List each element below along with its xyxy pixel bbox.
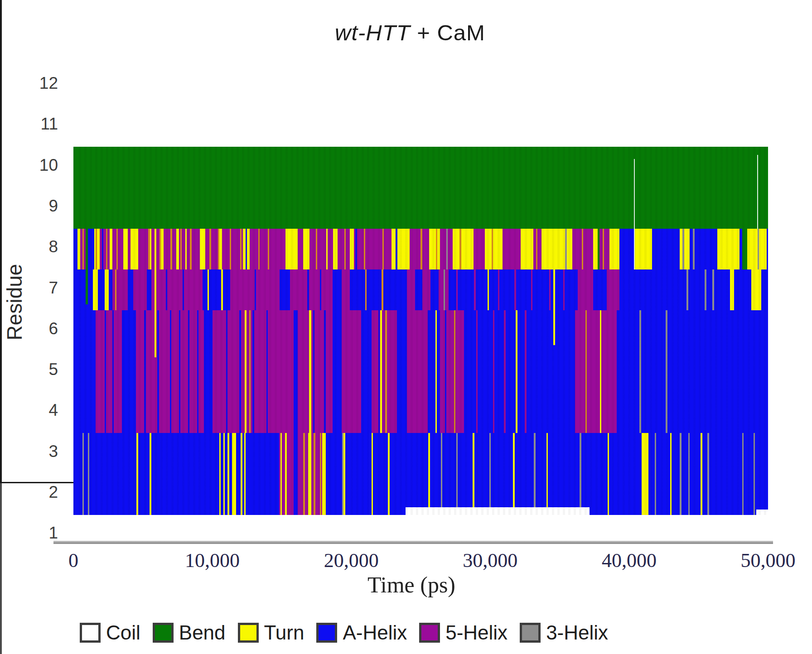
legend: CoilBendTurnA-Helix5-Helix3-Helix bbox=[80, 621, 608, 644]
structure-stripe bbox=[686, 269, 688, 310]
structure-stripe bbox=[112, 310, 114, 433]
x-tick-label: 30,000 bbox=[463, 549, 517, 572]
structure-stripe bbox=[344, 229, 346, 269]
structure-stripe bbox=[245, 310, 246, 433]
structure-segment-residues-4-6 bbox=[333, 310, 342, 433]
structure-stripe bbox=[513, 433, 514, 515]
legend-item-coil: Coil bbox=[80, 621, 140, 644]
structure-stripe bbox=[754, 433, 755, 515]
structure-stripe bbox=[82, 433, 84, 515]
structure-segment-residue-7 bbox=[730, 269, 734, 310]
structure-segment-residues-4-6 bbox=[440, 310, 464, 433]
structure-stripe bbox=[436, 229, 437, 269]
structure-stripe bbox=[183, 269, 184, 310]
structure-segment-residue-8 bbox=[123, 229, 127, 269]
structure-stripe bbox=[240, 229, 242, 269]
structure-stripe bbox=[258, 229, 260, 269]
structure-stripe bbox=[382, 229, 384, 269]
y-tick-label: 4 bbox=[26, 402, 58, 418]
structure-stripe bbox=[525, 310, 526, 433]
structure-segment-residue-8 bbox=[130, 229, 138, 269]
structure-stripe bbox=[226, 310, 227, 433]
structure-segment-residues-4-6 bbox=[407, 310, 428, 433]
structure-stripe bbox=[406, 507, 590, 515]
structure-stripe bbox=[705, 269, 706, 310]
structure-stripe bbox=[313, 310, 314, 433]
structure-stripe bbox=[227, 433, 229, 515]
structure-segment-residues-4-6 bbox=[73, 310, 96, 433]
y-tick-label: 5 bbox=[26, 361, 58, 378]
structure-segment-residue-8 bbox=[333, 229, 337, 269]
structure-stripe bbox=[155, 229, 156, 269]
structure-stripe bbox=[549, 269, 551, 310]
structure-stripe bbox=[148, 229, 150, 269]
structure-segment-residue-8 bbox=[652, 229, 680, 269]
structure-stripe bbox=[536, 229, 537, 269]
structure-segment-residues-2-3 bbox=[294, 433, 298, 515]
structure-stripe bbox=[474, 269, 475, 310]
structure-stripe bbox=[546, 433, 548, 515]
structure-segment-residue-7 bbox=[333, 269, 342, 310]
structure-segment-residues-4-6 bbox=[96, 310, 122, 433]
structure-segment-residue-8 bbox=[205, 229, 218, 269]
structure-segment-residue-8 bbox=[392, 229, 410, 269]
legend-swatch-bend bbox=[153, 623, 174, 643]
structure-segment-residues-4-6 bbox=[204, 310, 212, 433]
y-tick-label: 2 bbox=[26, 484, 58, 500]
structure-stripe bbox=[82, 229, 84, 269]
structure-stripe bbox=[682, 229, 684, 269]
structure-stripe bbox=[155, 269, 156, 357]
structure-stripe bbox=[603, 229, 604, 269]
structure-stripe bbox=[476, 310, 478, 433]
legend-item-3-helix: 3-Helix bbox=[520, 621, 608, 644]
structure-stripe bbox=[232, 433, 236, 515]
structure-segment-residue-8 bbox=[609, 229, 619, 269]
legend-label: Coil bbox=[106, 621, 140, 644]
structure-stripe bbox=[343, 433, 345, 515]
structure-segment-residue-7 bbox=[761, 269, 768, 310]
structure-stripe bbox=[435, 310, 437, 433]
structure-stripe bbox=[514, 269, 516, 310]
structure-stripe bbox=[86, 229, 88, 304]
structure-stripe bbox=[688, 433, 690, 515]
structure-stripe bbox=[553, 269, 555, 345]
structure-stripe bbox=[160, 229, 161, 269]
legend-item-turn: Turn bbox=[238, 621, 304, 644]
structure-segment-residue-8 bbox=[100, 229, 109, 269]
structure-stripe bbox=[565, 229, 566, 269]
figure: wt-HTT + CaM 121110987654321010,00020,00… bbox=[0, 0, 812, 654]
structure-segment-residue-8 bbox=[350, 229, 354, 269]
structure-stripe bbox=[208, 269, 209, 310]
x-tick-label: 40,000 bbox=[602, 549, 657, 572]
structure-stripe bbox=[680, 433, 681, 515]
structure-stripe bbox=[365, 269, 367, 310]
structure-segment-residue-8 bbox=[285, 229, 298, 269]
x-axis-line bbox=[53, 541, 773, 544]
structure-stripe bbox=[563, 269, 565, 310]
structure-stripe bbox=[758, 229, 759, 269]
structure-stripe bbox=[531, 269, 532, 310]
structure-segment-residue-7 bbox=[128, 269, 133, 310]
structure-stripe bbox=[246, 229, 247, 269]
structure-segment-residue-8 bbox=[474, 229, 485, 269]
structure-segment-residues-4-6 bbox=[294, 310, 298, 433]
structure-stripe bbox=[249, 310, 251, 433]
structure-stripe bbox=[252, 310, 254, 433]
structure-segment-residue-7 bbox=[151, 269, 203, 310]
structure-stripe bbox=[707, 433, 709, 515]
structure-segment-residue-8 bbox=[619, 229, 635, 269]
structure-stripe bbox=[96, 229, 97, 269]
legend-swatch-5-helix bbox=[419, 623, 440, 643]
y-tick-label: 7 bbox=[26, 279, 58, 296]
structure-stripe bbox=[170, 229, 172, 269]
structure-stripe bbox=[280, 433, 282, 515]
structure-stripe bbox=[268, 229, 269, 269]
structure-segment-residue-8 bbox=[303, 229, 309, 269]
plot-area: 121110987654321010,00020,00030,00040,000… bbox=[0, 0, 698, 654]
structure-stripe bbox=[698, 229, 699, 269]
structure-stripe bbox=[218, 229, 219, 269]
legend-item-a-helix: A-Helix bbox=[316, 621, 407, 644]
structure-segment-residue-8 bbox=[354, 229, 392, 269]
structure-stripe bbox=[670, 433, 672, 515]
y-tick-label: 12 bbox=[26, 75, 58, 91]
